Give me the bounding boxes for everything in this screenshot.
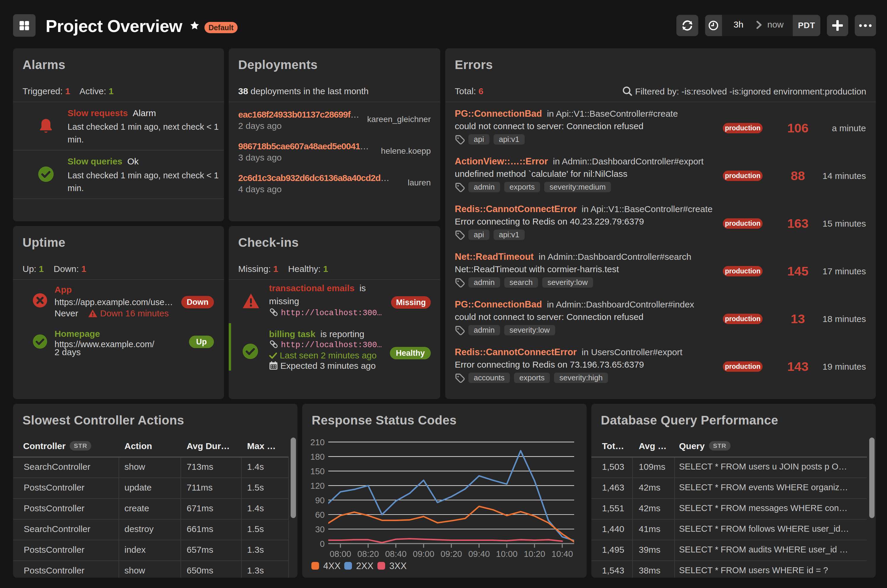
- svg-text:210: 210: [311, 438, 325, 447]
- svg-text:90: 90: [315, 496, 325, 505]
- svg-text:2XX: 2XX: [356, 561, 374, 571]
- svg-text:08:20: 08:20: [357, 549, 379, 559]
- svg-text:08:40: 08:40: [385, 549, 407, 559]
- svg-text:3XX: 3XX: [389, 561, 407, 571]
- svg-text:08:00: 08:00: [330, 549, 351, 559]
- svg-text:30: 30: [315, 525, 325, 534]
- svg-text:150: 150: [311, 466, 325, 476]
- svg-text:10:00: 10:00: [496, 549, 518, 559]
- svg-text:10:40: 10:40: [552, 549, 573, 559]
- svg-text:4XX: 4XX: [323, 561, 341, 571]
- svg-text:09:40: 09:40: [468, 549, 490, 559]
- svg-text:0: 0: [320, 539, 325, 549]
- svg-text:10:20: 10:20: [524, 549, 545, 559]
- svg-text:180: 180: [311, 452, 325, 462]
- svg-text:60: 60: [315, 510, 325, 520]
- svg-text:09:20: 09:20: [441, 549, 462, 559]
- svg-text:09:00: 09:00: [413, 549, 435, 559]
- svg-text:120: 120: [311, 481, 325, 490]
